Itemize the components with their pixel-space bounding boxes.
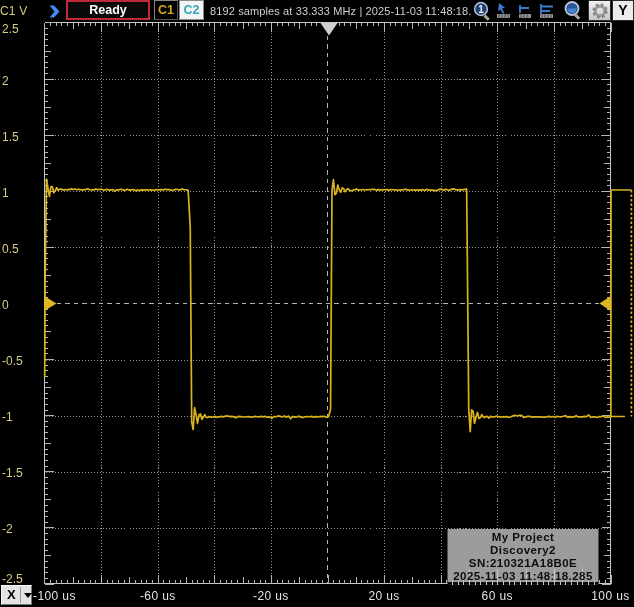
svg-text:-60 us: -60 us [140,589,176,603]
svg-text:-100 us: -100 us [33,589,76,603]
svg-text:1: 1 [2,186,9,200]
svg-text:-2: -2 [2,522,13,536]
svg-text:-20 us: -20 us [253,589,289,603]
svg-text:-1: -1 [2,410,13,424]
svg-text:2025-11-03 11:48:18.285: 2025-11-03 11:48:18.285 [453,570,593,582]
svg-text:-2.5: -2.5 [2,572,23,586]
svg-text:-0.5: -0.5 [2,354,23,368]
svg-text:2: 2 [2,74,9,88]
svg-text:1: 1 [478,4,484,15]
svg-text:2.5: 2.5 [2,22,19,36]
svg-text:-1.5: -1.5 [2,466,23,480]
svg-text:0.5: 0.5 [2,242,19,256]
svg-text:100 us: 100 us [591,589,629,603]
svg-text:Discovery2: Discovery2 [490,544,556,556]
svg-text:1.5: 1.5 [2,130,19,144]
svg-text:My Project: My Project [492,531,555,543]
svg-text:60 us: 60 us [482,589,513,603]
svg-text:SN:210321A18B0E: SN:210321A18B0E [469,557,577,569]
svg-text:0: 0 [2,298,9,312]
svg-text:20 us: 20 us [368,589,399,603]
